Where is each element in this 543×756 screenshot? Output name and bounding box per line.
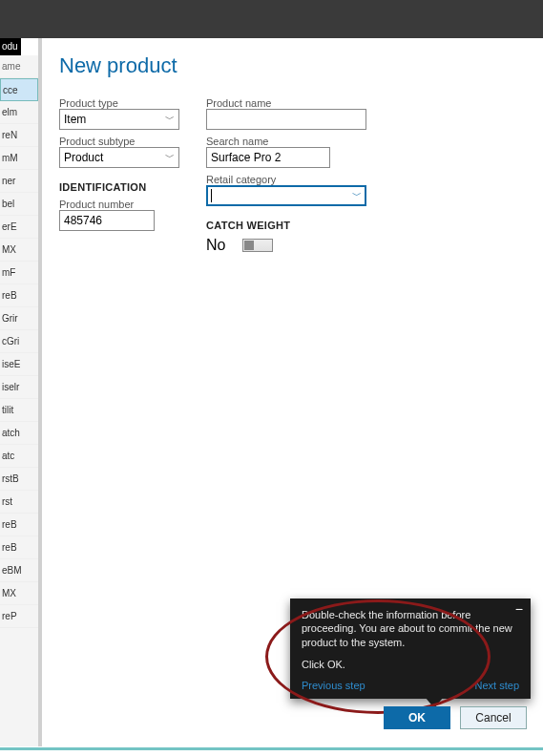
- tooltip-prev-link[interactable]: Previous step: [302, 680, 365, 691]
- product-type-label: Product type: [59, 97, 183, 109]
- dialog-button-bar: OK Cancel: [384, 706, 527, 729]
- new-product-dialog: New product Product type Item ﹀ Product …: [38, 38, 540, 746]
- list-item[interactable]: ner: [0, 170, 38, 193]
- window-topbar: [0, 0, 543, 38]
- tooltip-next-link[interactable]: Next step: [475, 680, 519, 691]
- list-item[interactable]: Grir: [0, 307, 38, 330]
- list-item[interactable]: erE: [0, 216, 38, 239]
- list-item[interactable]: mM: [0, 147, 38, 170]
- product-type-select[interactable]: Item ﹀: [59, 109, 179, 130]
- product-name-label: Product name: [206, 97, 387, 109]
- tooltip-body: Double-check the information before proc…: [302, 608, 519, 651]
- product-subtype-select[interactable]: Product ﹀: [59, 147, 179, 168]
- background-list: ame cce elm reN mM ner bel erE MX mF reB…: [0, 55, 38, 746]
- list-item[interactable]: cGri: [0, 330, 38, 353]
- list-item[interactable]: rstB: [0, 468, 38, 491]
- list-item[interactable]: reB: [0, 536, 38, 559]
- list-item[interactable]: mF: [0, 262, 38, 284]
- list-header-fragment: ame: [0, 55, 38, 78]
- cancel-button[interactable]: Cancel: [460, 706, 527, 729]
- catch-weight-toggle[interactable]: [242, 239, 273, 252]
- product-number-input[interactable]: 485746: [59, 210, 155, 231]
- product-type-value: Item: [64, 113, 86, 126]
- bottom-accent-bar: [0, 747, 543, 750]
- product-subtype-value: Product: [64, 151, 103, 164]
- list-item[interactable]: MX: [0, 239, 38, 262]
- retail-category-select[interactable]: ﹀: [206, 185, 366, 206]
- catch-weight-heading: CATCH WEIGHT: [206, 220, 387, 231]
- chevron-down-icon: ﹀: [165, 151, 175, 164]
- text-caret-icon: [211, 189, 212, 202]
- minimize-icon[interactable]: −: [515, 604, 523, 614]
- list-item[interactable]: atc: [0, 445, 38, 468]
- list-item[interactable]: MX: [0, 582, 38, 605]
- catch-weight-value: No: [206, 237, 225, 254]
- search-name-value: Surface Pro 2: [211, 151, 281, 164]
- dialog-title: New product: [59, 53, 523, 78]
- retail-category-label: Retail category: [206, 174, 387, 185]
- left-tab-fragment: odu: [0, 38, 21, 55]
- search-name-input[interactable]: Surface Pro 2: [206, 147, 330, 168]
- list-item[interactable]: reB: [0, 284, 38, 307]
- list-item[interactable]: iselr: [0, 376, 38, 399]
- identification-heading: IDENTIFICATION: [59, 181, 183, 193]
- list-item[interactable]: tilit: [0, 399, 38, 422]
- list-item[interactable]: reB: [0, 514, 38, 536]
- product-subtype-label: Product subtype: [59, 136, 183, 147]
- list-item[interactable]: cce: [0, 78, 38, 101]
- product-name-input[interactable]: [206, 109, 366, 130]
- product-number-value: 485746: [64, 214, 102, 227]
- product-number-label: Product number: [59, 199, 183, 210]
- tooltip-action: Click OK.: [302, 658, 519, 672]
- guidance-tooltip: − Double-check the information before pr…: [290, 598, 531, 699]
- list-item[interactable]: bel: [0, 193, 38, 216]
- search-name-label: Search name: [206, 136, 387, 147]
- ok-button[interactable]: OK: [384, 706, 450, 729]
- list-item[interactable]: rst: [0, 491, 38, 514]
- list-item[interactable]: atch: [0, 422, 38, 445]
- chevron-down-icon: ﹀: [165, 113, 175, 126]
- chevron-down-icon: ﹀: [352, 189, 362, 202]
- list-item[interactable]: elm: [0, 101, 38, 124]
- list-item[interactable]: reN: [0, 124, 38, 147]
- list-item[interactable]: iseE: [0, 353, 38, 376]
- list-item[interactable]: reP: [0, 605, 38, 628]
- list-item[interactable]: eBM: [0, 559, 38, 582]
